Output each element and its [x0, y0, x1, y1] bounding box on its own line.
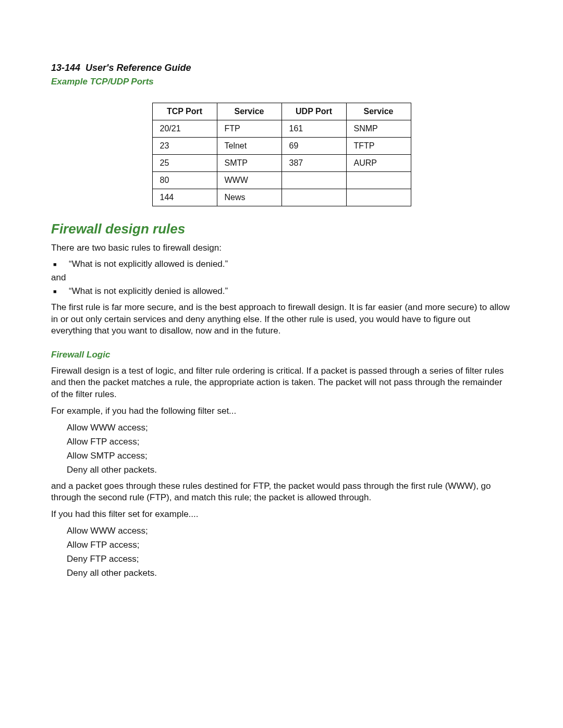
table-cell [346, 189, 411, 206]
table-row: 25 SMTP 387 AURP [152, 155, 411, 172]
table-cell: 161 [282, 120, 346, 138]
table-cell: SMTP [217, 155, 282, 172]
table-cell [282, 189, 346, 206]
table-cell: AURP [346, 155, 411, 172]
table-cell: FTP [217, 120, 282, 138]
page-header: 13-144 User's Reference Guide [51, 63, 512, 73]
table-row: 144 News [152, 189, 411, 206]
rule-item-2: “What is not explicitly denied is allowe… [51, 286, 512, 297]
section-subtitle: Example TCP/UDP Ports [51, 77, 512, 87]
filter-line: Allow WWW access; [67, 526, 512, 536]
and-text: and [51, 273, 512, 283]
logic-paragraph-3: and a packet goes through these rules de… [51, 480, 512, 504]
th-udp-port: UDP Port [282, 103, 346, 120]
table-cell: 20/21 [152, 120, 217, 138]
table-cell: Telnet [217, 138, 282, 155]
filter-line: Deny FTP access; [67, 554, 512, 564]
table-cell: 80 [152, 172, 217, 189]
filter-line: Deny all other packets. [67, 465, 512, 475]
table-cell: 69 [282, 138, 346, 155]
filter-line: Deny all other packets. [67, 568, 512, 578]
firewall-logic-heading: Firewall Logic [51, 350, 512, 360]
table-cell: WWW [217, 172, 282, 189]
table-cell: SNMP [346, 120, 411, 138]
ports-table: TCP Port Service UDP Port Service 20/21 … [152, 103, 411, 206]
th-tcp-port: TCP Port [152, 103, 217, 120]
page-number: 13-144 [51, 63, 80, 73]
rule-list: “What is not explicitly allowed is denie… [51, 259, 512, 269]
table-cell: 144 [152, 189, 217, 206]
table-header-row: TCP Port Service UDP Port Service [152, 103, 411, 120]
filter-set-1: Allow WWW access; Allow FTP access; Allo… [67, 423, 512, 475]
th-tcp-service: Service [217, 103, 282, 120]
table-cell: 387 [282, 155, 346, 172]
table-cell: News [217, 189, 282, 206]
logic-paragraph-1: Firewall design is a test of logic, and … [51, 365, 512, 400]
th-udp-service: Service [346, 103, 411, 120]
guide-title: User's Reference Guide [85, 63, 191, 73]
rule-list: “What is not explicitly denied is allowe… [51, 286, 512, 297]
section-title-firewall-design: Firewall design rules [51, 221, 512, 237]
table-row: 20/21 FTP 161 SNMP [152, 120, 411, 138]
filter-line: Allow WWW access; [67, 423, 512, 433]
document-page: 13-144 User's Reference Guide Example TC… [0, 0, 563, 728]
logic-paragraph-4: If you had this filter set for example..… [51, 509, 512, 520]
table-cell: 25 [152, 155, 217, 172]
table-row: 23 Telnet 69 TFTP [152, 138, 411, 155]
paragraph-security: The first rule is far more secure, and i… [51, 302, 512, 337]
filter-set-2: Allow WWW access; Allow FTP access; Deny… [67, 526, 512, 578]
filter-line: Allow SMTP access; [67, 451, 512, 461]
filter-line: Allow FTP access; [67, 437, 512, 447]
table-cell: 23 [152, 138, 217, 155]
table-row: 80 WWW [152, 172, 411, 189]
logic-paragraph-2: For example, if you had the following fi… [51, 405, 512, 417]
rule-item-1: “What is not explicitly allowed is denie… [51, 259, 512, 269]
intro-paragraph: There are two basic rules to firewall de… [51, 242, 512, 254]
filter-line: Allow FTP access; [67, 540, 512, 550]
table-cell [282, 172, 346, 189]
table-cell [346, 172, 411, 189]
table-cell: TFTP [346, 138, 411, 155]
